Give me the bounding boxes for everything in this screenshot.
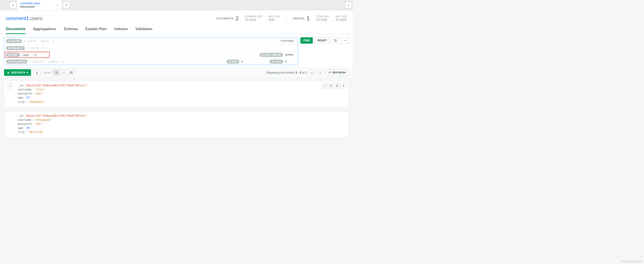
stat-documents-value: 2	[236, 15, 239, 22]
info-icon: i	[272, 61, 274, 63]
tab-history-back[interactable]	[1, 2, 8, 8]
db-name: comment1	[6, 16, 29, 21]
document-field: age: 23	[18, 96, 345, 100]
next-page-button[interactable]	[317, 70, 323, 75]
add-data-button[interactable]: ADD DATA ▾	[4, 69, 31, 76]
tab-indexes[interactable]: Indexes	[114, 27, 128, 34]
document-field: username: "zhangsan"	[18, 118, 345, 122]
info-icon: i	[262, 54, 264, 56]
info-icon: i	[8, 40, 10, 42]
collection-header: comment1.users DOCUMENTS 2 STORAGE SIZE …	[0, 10, 353, 24]
document-list: _id: ObjectId("620a1ad9c57d5770a47f87ca"…	[0, 78, 353, 145]
collection-stats: DOCUMENTS 2 STORAGE SIZE 20.5KB AVG. SIZ…	[216, 15, 347, 23]
copy-button[interactable]	[328, 83, 334, 88]
query-actions: FIND RESET	[300, 37, 349, 44]
delete-button[interactable]	[341, 83, 346, 88]
tab-aggregations[interactable]: Aggregations	[33, 27, 56, 34]
maxtime-input[interactable]: 60000	[285, 53, 296, 57]
edit-button[interactable]	[322, 83, 328, 88]
collection-name: .users	[29, 16, 42, 21]
stat-avg-value: 90B	[268, 18, 274, 22]
tab-explain-plan[interactable]: Explain Plan	[86, 27, 107, 34]
document-card: _id: ObjectId("620a1a65c57d5770a47f87c8"…	[4, 111, 349, 138]
stat-avg2-value: 20.5KB	[336, 18, 346, 22]
document-field: _id: ObjectId("620a1a65c57d5770a47f87c8"…	[18, 114, 345, 118]
caret-down-icon: ▾	[26, 71, 28, 74]
tab-title: comment1.users	[20, 2, 53, 5]
document-field: city: "shanghai"	[18, 100, 345, 104]
info-icon: i	[8, 61, 10, 63]
prev-page-button[interactable]	[309, 70, 315, 75]
document-body: _id: ObjectId("620a1ad9c57d5770a47f87ca"…	[18, 83, 345, 104]
new-tab-button[interactable]: +	[63, 2, 70, 8]
collection-tabs: Documents Aggregations Schema Explain Pl…	[0, 24, 353, 34]
stat-documents-label: DOCUMENTS	[216, 17, 233, 20]
document-field: username: "lisi"	[18, 88, 345, 92]
close-icon[interactable]: ×	[57, 3, 59, 7]
sort-row: iSORT {age: -1} iMAX TIME MS 60000	[4, 51, 298, 58]
namespace-title: comment1.users	[6, 16, 42, 21]
clone-button[interactable]	[334, 83, 340, 88]
tab-active[interactable]: comment1.users Documents ×	[17, 0, 62, 10]
project-pill: iPROJECT	[6, 46, 25, 50]
tab-schema[interactable]: Schema	[64, 27, 78, 34]
skip-input[interactable]: 0	[241, 60, 252, 63]
export-button[interactable]	[33, 70, 40, 76]
stat-indexes-label: INDEXES	[293, 17, 304, 20]
stat-total-value: 20.5KB	[316, 18, 327, 22]
find-button[interactable]: FIND	[300, 37, 313, 44]
tab-validation[interactable]: Validation	[135, 27, 152, 34]
collation-row: iCOLLATION { locale: 'simple' } iSKIP 0 …	[4, 58, 298, 65]
filter-input[interactable]: { field: 'value' }	[24, 39, 276, 43]
refresh-button[interactable]: REFRESH	[325, 70, 349, 76]
sort-pill: iSORT	[6, 53, 20, 57]
tab-overflow-button[interactable]	[345, 2, 352, 8]
document-field: age: 20	[18, 126, 345, 130]
filter-pill: iFILTER	[6, 39, 22, 43]
stat-storage-value: 20.5KB	[245, 18, 256, 22]
tab-subtitle: Documents	[20, 5, 53, 8]
view-table-button[interactable]	[68, 70, 75, 75]
download-icon	[7, 71, 10, 74]
info-icon: i	[8, 47, 10, 49]
collation-pill: iCOLLATION	[6, 60, 28, 64]
more-button[interactable]	[341, 37, 349, 44]
svg-rect-5	[330, 85, 332, 87]
svg-rect-3	[70, 72, 72, 74]
project-row: iPROJECT { field: 0 }	[4, 45, 298, 51]
svg-point-0	[344, 40, 344, 41]
view-list-button[interactable]	[53, 70, 60, 75]
limit-input[interactable]: 0	[285, 60, 296, 63]
view-json-button[interactable]: {}	[60, 70, 68, 75]
document-field: _id: ObjectId("620a1ad9c57d5770a47f87ca"…	[18, 83, 345, 88]
query-box: iFILTER { field: 'value' } ▾ OPTIONS iPR…	[4, 37, 298, 65]
stat-avg2-label: AVG. SIZE	[336, 15, 347, 18]
query-bar: iFILTER { field: 'value' } ▾ OPTIONS iPR…	[0, 34, 353, 67]
history-button[interactable]	[332, 37, 339, 44]
stat-total-label: TOTAL SIZE	[316, 15, 329, 18]
info-icon: i	[8, 54, 10, 56]
document-card: _id: ObjectId("620a1ad9c57d5770a47f87ca"…	[4, 81, 349, 107]
tab-bar: comment1.users Documents × +	[0, 0, 353, 10]
stat-indexes-value: 1	[307, 15, 310, 22]
filter-row: iFILTER { field: 'value' } ▾ OPTIONS	[4, 38, 298, 45]
svg-point-2	[346, 40, 346, 41]
svg-point-1	[345, 40, 345, 41]
expand-button[interactable]	[8, 83, 12, 88]
reset-button[interactable]: RESET	[314, 37, 330, 44]
project-input[interactable]: { field: 0 }	[27, 46, 296, 50]
info-icon: i	[228, 61, 231, 63]
maxtime-pill: iMAX TIME MS	[260, 53, 283, 57]
document-field: password: "abc"	[18, 92, 345, 96]
displaying-text: Displaying documents 1 - 2 of 2	[266, 71, 307, 74]
limit-pill: iLIMIT	[270, 60, 283, 64]
skip-pill: iSKIP	[226, 60, 240, 64]
tab-documents[interactable]: Documents	[6, 27, 26, 34]
stat-storage-label: STORAGE SIZE	[245, 15, 262, 18]
options-button[interactable]: ▾ OPTIONS	[278, 39, 296, 44]
sort-input[interactable]: {age: -1}	[22, 53, 258, 57]
document-field: password: "abc"	[18, 122, 345, 126]
collation-input[interactable]: { locale: 'simple' }	[29, 60, 224, 63]
svg-rect-7	[337, 85, 338, 86]
tab-history-forward[interactable]	[10, 2, 16, 8]
